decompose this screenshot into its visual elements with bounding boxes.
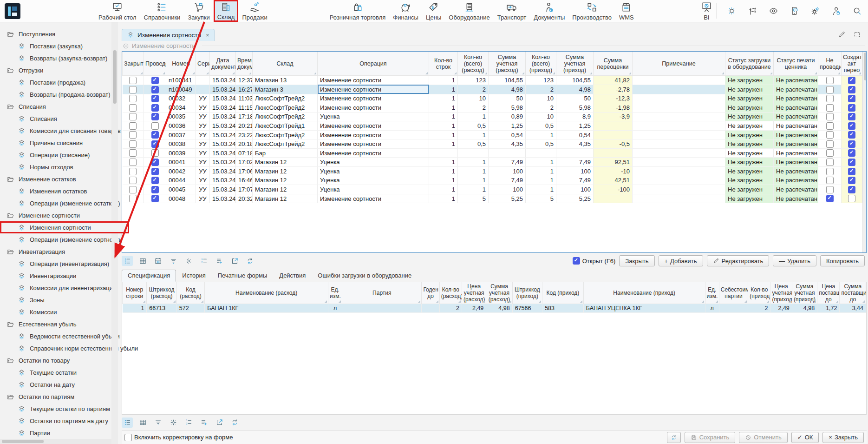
column-header[interactable]: Статус загрузки в оборудование [725,52,774,76]
toolbar-item-documents[interactable]: Документы [530,0,568,22]
tab-load-errors[interactable]: Ошибки загрузки в оборудование [312,270,418,282]
toolbar-item-retail[interactable]: Розничная торговля [326,0,390,22]
tab-print-forms[interactable]: Печатные формы [212,270,274,282]
sidebar-item[interactable]: Остатки по товару [0,354,111,366]
sidebar-item[interactable]: Текущие остатки по партиям [0,403,111,415]
sidebar-item[interactable]: Возвраты (продажа-возврат) [0,88,111,100]
no-post-checkbox[interactable] [826,195,834,202]
create-act-checkbox[interactable] [848,159,855,166]
create-act-checkbox[interactable] [848,168,855,175]
table-row[interactable]: п100041 15.03.24 12:37 Магазин 13 Измене… [123,76,862,85]
table-row[interactable]: 00036 УУ 15.03.24 20:21 ЛюксСофтТрейд1 И… [123,121,862,131]
sidebar-item[interactable]: Причины списания [0,137,111,149]
copy-button[interactable]: Копировать [820,255,865,266]
no-post-checkbox[interactable] [826,131,834,139]
export-button[interactable] [229,256,240,266]
toolbar-item-bi[interactable]: BI [697,0,716,22]
sidebar-item[interactable]: Нормы отходов [0,161,111,173]
posted-checkbox[interactable] [151,122,159,130]
spec-settings-button[interactable] [168,417,179,428]
eye-icon[interactable] [769,6,778,16]
create-act-checkbox[interactable] [848,131,855,139]
sidebar-item[interactable]: Текущие остатки [0,366,111,378]
table-row[interactable]: 00045 УУ 15.03.24 17:07 Магазин 12 Уценк… [123,185,862,194]
sidebar-item[interactable]: Операции (инвентаризация) [0,258,111,270]
column-header[interactable]: Код (расход) [176,282,204,304]
edit-pencil-icon[interactable] [838,31,846,39]
create-act-checkbox[interactable] [848,104,855,112]
closed-checkbox[interactable] [129,159,137,166]
ok-button[interactable]: ✓ОК [791,432,819,443]
sidebar-item[interactable]: Остатки по партиям на дату [0,415,111,427]
sidebar-item[interactable]: Списания [0,113,111,125]
sidebar-item[interactable]: Операции (изменение сортности) [0,233,111,245]
closed-checkbox[interactable] [129,77,137,84]
sidebar-item[interactable]: Инвентаризация [0,245,111,258]
toolbar-item-equipment[interactable]: Оборудование [445,0,493,22]
column-header[interactable]: Цена учетная (расход) [462,282,486,304]
delete-button[interactable]: —Удалить [773,255,816,266]
create-act-checkbox[interactable] [848,195,855,202]
column-header[interactable]: Себестоимость партии [719,282,748,304]
column-header[interactable]: Сумма учетная (расход) [486,282,512,304]
toolbar-item-prices[interactable]: Цены [422,0,445,22]
sidebar-item[interactable]: Поставки (закупка) [0,40,111,52]
table-row[interactable]: 00042 УУ 15.03.24 17:06 Магазин 12 Уценк… [123,167,862,176]
posted-checkbox[interactable] [151,149,159,157]
table-row[interactable]: 00041 УУ 15.03.24 17:02 Магазин 12 Уценк… [123,158,862,167]
column-header[interactable]: Сумма переоценки [594,52,633,76]
flag-icon[interactable] [748,6,757,16]
spec-export-button[interactable] [214,417,225,428]
toolbar-item-warehouse[interactable]: Склад [214,0,239,22]
tab-close-icon[interactable]: × [206,32,209,39]
sidebar-item[interactable]: Комиссии для списания товаров [0,125,111,137]
calendar-view-button[interactable] [152,256,163,266]
sidebar-item[interactable]: Изменение остатков [0,173,111,185]
sidebar-item[interactable]: Изменение сортности [0,209,111,221]
spec-filter-button[interactable] [152,417,163,428]
sidebar-item[interactable]: Остатки по партиям [0,391,111,403]
column-header[interactable]: Не проводить [818,52,842,76]
search-icon[interactable] [852,6,862,16]
tab-history[interactable]: История [176,270,211,282]
column-header[interactable]: Время документа [236,52,253,76]
column-header[interactable]: Штрихкод (расход) [147,282,176,304]
column-header[interactable]: Дата документа [210,52,236,76]
create-act-checkbox[interactable] [848,95,855,102]
spec-list-view-button[interactable] [122,417,133,428]
table-row[interactable]: 00039 УУ 15.03.24 07:18 Бар Изменение со… [123,148,862,158]
close-button[interactable]: ×Закрыть [822,432,864,443]
no-post-checkbox[interactable] [826,95,834,102]
create-act-checkbox[interactable] [848,77,855,84]
list-view-button[interactable] [122,256,133,266]
phone-notifications-icon[interactable] [790,6,799,16]
sidebar-item[interactable]: Партии [0,427,111,439]
column-header[interactable]: Сумма поставщика до [840,282,866,304]
column-header[interactable]: Кол-во строк [429,52,458,76]
sidebar-item[interactable]: Инвентаризации [0,270,111,282]
spec-row[interactable]: 1 66713 572 БАНАН 1КГ л 2 2,49 4,98 67 [123,304,866,313]
column-header[interactable]: Создать акт перео [842,52,862,76]
cancel-button[interactable]: Отменить [739,432,787,443]
closed-checkbox[interactable] [129,140,137,148]
toolbar-item-production[interactable]: Производство [568,0,615,22]
spec-refresh-button[interactable] [229,417,240,428]
sidebar-item[interactable]: Комиссии [0,306,111,318]
column-header[interactable]: Серия [196,52,210,76]
closed-checkbox[interactable] [129,186,137,193]
column-header[interactable]: Партия [342,282,422,304]
table-row[interactable]: 00034 УУ 15.03.24 11:15 ЛюксСофтТрейд2 И… [123,103,862,113]
sidebar-item[interactable]: Ведомости естественной убыли [0,330,111,342]
edit-button[interactable]: Редактировать [707,255,770,266]
posted-checkbox[interactable] [151,131,159,139]
closed-checkbox[interactable] [129,177,137,184]
posted-checkbox[interactable] [151,177,159,184]
create-act-checkbox[interactable] [848,186,855,193]
sidebar-item[interactable]: Изменения остатков [0,185,111,197]
checkbox[interactable] [124,434,132,441]
column-header[interactable]: Сумма учетная (расход) [489,52,526,76]
add-list-button[interactable] [214,256,225,266]
closed-checkbox[interactable] [129,86,137,93]
closed-checkbox[interactable] [129,113,137,120]
add-button[interactable]: +Добавить [659,255,703,266]
